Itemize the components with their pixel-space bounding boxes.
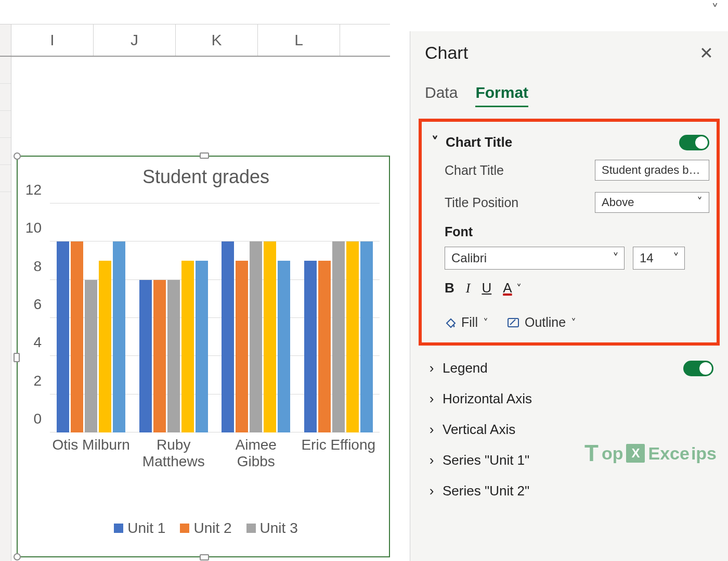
fill-dropdown[interactable]: Fill ˅ (445, 315, 488, 330)
legend-swatch (114, 524, 123, 533)
bar[interactable] (304, 261, 317, 432)
chevron-down-icon[interactable]: ˅ (429, 134, 440, 150)
row-header[interactable] (0, 57, 11, 84)
svg-rect-0 (508, 318, 518, 327)
bar[interactable] (181, 261, 194, 432)
plot-area[interactable]: 024681012 Otis MilburnRuby MatthewsAimee… (42, 203, 380, 453)
title-position-label: Title Position (445, 195, 518, 210)
bar[interactable] (113, 241, 125, 432)
x-tick-label: Otis Milburn (50, 437, 133, 478)
chevron-right-icon[interactable]: › (426, 452, 437, 468)
bar-group[interactable] (50, 203, 133, 432)
section-vertical-axis[interactable]: Vertical Axis (443, 422, 515, 438)
resize-handle-top-left[interactable] (14, 152, 21, 160)
font-section-label: Font (445, 224, 709, 239)
pen-outline-icon (507, 317, 519, 328)
ribbon-collapse-button[interactable]: ˅ (711, 1, 719, 18)
bar[interactable] (264, 241, 276, 432)
spreadsheet-grid[interactable]: I J K L Student grades 024681012 Otis Mi… (0, 24, 390, 561)
row-header[interactable] (0, 138, 11, 165)
bar[interactable] (222, 241, 234, 432)
title-position-select[interactable]: Above ˅ (595, 192, 709, 213)
bar[interactable] (278, 261, 290, 432)
chevron-right-icon[interactable]: › (426, 483, 437, 499)
section-chart-title[interactable]: Chart Title (446, 134, 512, 150)
bar-group[interactable] (297, 203, 380, 432)
chevron-right-icon[interactable]: › (426, 422, 437, 438)
close-icon[interactable]: ✕ (699, 43, 713, 63)
resize-handle-bottom-left[interactable] (14, 553, 21, 560)
bar[interactable] (167, 280, 180, 432)
chevron-down-icon: ˅ (613, 251, 619, 265)
bar-group[interactable] (133, 203, 215, 432)
column-header-L[interactable]: L (258, 24, 340, 56)
legend-label: Unit 3 (260, 520, 298, 537)
chevron-down-icon: ˅ (673, 251, 679, 265)
chevron-down-icon[interactable]: ˅ (516, 282, 522, 295)
x-tick-label: Eric Effiong (297, 437, 380, 478)
resize-handle-middle-left[interactable] (14, 353, 20, 362)
column-header-J[interactable]: J (94, 24, 176, 56)
legend-swatch (180, 524, 189, 533)
legend-item[interactable]: Unit 1 (114, 520, 165, 537)
underline-button[interactable]: U (482, 280, 491, 296)
legend-item[interactable]: Unit 3 (246, 520, 298, 537)
y-tick-label: 8 (33, 258, 42, 275)
chart-legend[interactable]: Unit 1Unit 2Unit 3 (32, 520, 380, 537)
bar[interactable] (250, 241, 262, 432)
bar-groups[interactable] (50, 203, 380, 432)
chart-title-toggle[interactable] (679, 135, 709, 150)
legend-item[interactable]: Unit 2 (180, 520, 231, 537)
paint-bucket-icon (445, 317, 456, 328)
row-header[interactable] (0, 165, 11, 192)
chevron-down-icon: ˅ (697, 196, 703, 209)
row-header[interactable] (0, 84, 11, 111)
bar[interactable] (236, 261, 248, 432)
chevron-right-icon[interactable]: › (426, 391, 437, 407)
resize-handle-top-middle[interactable] (200, 152, 209, 159)
section-horizontal-axis[interactable]: Horizontal Axis (443, 391, 532, 407)
chart-format-pane: Chart ✕ Data Format ˅ Chart Title Chart … (410, 31, 728, 561)
bar-group[interactable] (215, 203, 297, 432)
tutorial-highlight: ˅ Chart Title Chart Title Student grades… (419, 119, 720, 346)
bar[interactable] (57, 241, 69, 432)
resize-handle-bottom-middle[interactable] (200, 554, 209, 560)
column-header-K[interactable]: K (176, 24, 258, 56)
x-axis[interactable]: Otis MilburnRuby MatthewsAimee GibbsEric… (50, 437, 380, 478)
legend-toggle[interactable] (683, 361, 713, 376)
bar[interactable] (196, 261, 208, 432)
font-family-select[interactable]: Calibri ˅ (445, 247, 625, 270)
legend-label: Unit 2 (193, 520, 231, 537)
y-axis[interactable]: 024681012 (25, 203, 46, 432)
italic-button[interactable]: I (466, 280, 471, 296)
y-tick-label: 2 (33, 373, 42, 389)
bar[interactable] (360, 241, 373, 432)
bar[interactable] (139, 280, 152, 432)
bar[interactable] (318, 261, 331, 432)
chart-title-text[interactable]: Student grades (32, 166, 380, 188)
bar[interactable] (346, 241, 359, 432)
embedded-chart[interactable]: Student grades 024681012 Otis MilburnRub… (17, 156, 390, 557)
section-legend[interactable]: Legend (443, 360, 488, 376)
section-series-unit1[interactable]: Series "Unit 1" (443, 452, 529, 468)
x-tick-label: Aimee Gibbs (215, 437, 297, 478)
bar[interactable] (153, 280, 166, 432)
bar[interactable] (332, 241, 345, 432)
tab-format[interactable]: Format (475, 84, 528, 107)
outline-dropdown[interactable]: Outline ˅ (507, 315, 576, 330)
tab-data[interactable]: Data (425, 84, 458, 107)
bold-button[interactable]: B (445, 280, 454, 296)
select-all-corner[interactable] (0, 24, 11, 56)
bar[interactable] (85, 280, 97, 432)
bar[interactable] (71, 241, 83, 432)
font-size-select[interactable]: 14 ˅ (633, 247, 685, 270)
y-tick-label: 0 (33, 411, 42, 427)
chart-title-input[interactable]: Student grades b… (595, 160, 709, 181)
section-series-unit2[interactable]: Series "Unit 2" (443, 483, 529, 499)
chevron-right-icon[interactable]: › (426, 360, 437, 376)
row-header[interactable] (0, 111, 11, 138)
column-header-I[interactable]: I (11, 24, 94, 56)
chevron-down-icon: ˅ (483, 316, 488, 329)
bar[interactable] (99, 261, 111, 432)
font-color-button[interactable]: A (503, 280, 512, 296)
